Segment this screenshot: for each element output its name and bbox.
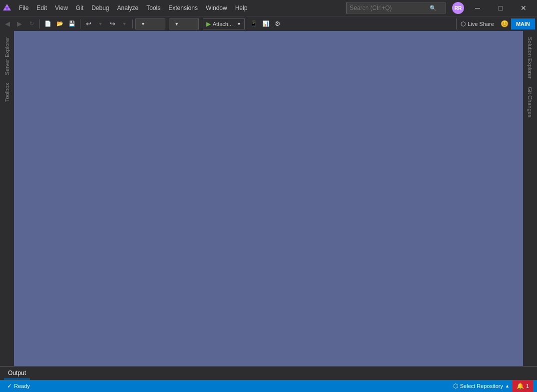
error-icon: 🔔 <box>517 383 524 390</box>
sidebar-item-solution-explorer[interactable]: Solution Explorer <box>525 33 535 83</box>
menu-window[interactable]: Window <box>202 2 231 13</box>
editor-area[interactable] <box>14 31 523 366</box>
settings-cog-button[interactable]: ⚙ <box>272 18 283 29</box>
status-ready-label: Ready <box>14 383 30 389</box>
toolbar: ◀ ▶ ↻ 📄 📂 💾 ↩ ▼ ↪ ▼ ▼ ▼ ▶ Attach... ▼ 📱 … <box>0 16 537 31</box>
sep3 <box>132 19 133 28</box>
menu-extensions[interactable]: Extensions <box>164 2 202 13</box>
right-sidebar: Solution Explorer Git Changes <box>523 31 537 366</box>
platform-dropdown-caret: ▼ <box>174 21 179 26</box>
sep2 <box>80 19 80 28</box>
sidebar-item-toolbox[interactable]: Toolbox <box>2 79 12 106</box>
menu-git[interactable]: Git <box>72 2 87 13</box>
new-file-button[interactable]: 📄 <box>42 18 53 29</box>
performance-button[interactable]: 📊 <box>260 18 271 29</box>
status-ready[interactable]: ✓ Ready <box>4 380 33 392</box>
title-bar: File Edit View Git Debug Analyze Tools E… <box>0 0 537 16</box>
bottom-panel: Output <box>0 366 537 380</box>
attach-label: Attach... <box>213 21 233 27</box>
menu-help[interactable]: Help <box>231 2 252 13</box>
left-sidebar: Server Explorer Toolbox <box>0 31 14 366</box>
attach-dropdown-caret: ▼ <box>237 21 241 26</box>
sep1 <box>39 19 40 28</box>
repo-caret: ▲ <box>505 384 510 389</box>
tab-output[interactable]: Output <box>4 368 30 380</box>
menu-view[interactable]: View <box>51 2 72 13</box>
user-avatar[interactable]: RR <box>452 2 464 14</box>
minimize-button[interactable]: ─ <box>466 0 489 16</box>
feedback-button[interactable]: 😊 <box>499 18 510 29</box>
menu-file[interactable]: File <box>15 2 32 13</box>
platform-dropdown[interactable]: ▼ <box>169 18 199 29</box>
restore-button[interactable]: □ <box>489 0 512 16</box>
repo-label: Select Repository <box>460 383 503 389</box>
play-icon: ▶ <box>206 20 211 27</box>
menu-edit[interactable]: Edit <box>32 2 51 13</box>
menu-bar: File Edit View Git Debug Analyze Tools E… <box>15 2 342 13</box>
back-button[interactable]: ◀ <box>2 18 13 29</box>
open-button[interactable]: 📂 <box>54 18 65 29</box>
select-repository-button[interactable]: ⬡ Select Repository ▲ <box>450 380 513 392</box>
status-icon: ✓ <box>7 383 12 390</box>
main-area: Server Explorer Toolbox Solution Explore… <box>0 31 537 366</box>
main-badge[interactable]: MAIN <box>511 18 535 29</box>
menu-debug[interactable]: Debug <box>87 2 113 13</box>
title-search-box[interactable]: 🔍 <box>346 2 446 13</box>
sidebar-item-git-changes[interactable]: Git Changes <box>525 83 535 121</box>
forward-button[interactable]: ▶ <box>14 18 25 29</box>
config-dropdown[interactable]: ▼ <box>135 18 165 29</box>
device-toolbar-button[interactable]: 📱 <box>248 18 259 29</box>
error-count-badge[interactable]: 🔔 1 <box>513 380 533 392</box>
undo-dropdown[interactable]: ▼ <box>95 18 106 29</box>
attach-button[interactable]: ▶ Attach... ▼ <box>203 18 245 29</box>
redo-dropdown[interactable]: ▼ <box>119 18 130 29</box>
error-count: 1 <box>526 383 529 389</box>
liveshare-icon: ⬡ <box>461 20 466 27</box>
sidebar-item-server-explorer[interactable]: Server Explorer <box>2 33 12 79</box>
undo-button[interactable]: ↩ <box>83 18 94 29</box>
menu-tools[interactable]: Tools <box>142 2 164 13</box>
liveshare-label: Live Share <box>468 21 494 27</box>
search-input[interactable] <box>350 4 430 11</box>
live-share-button[interactable]: ⬡ Live Share <box>456 18 498 29</box>
status-bar: ✓ Ready ⬡ Select Repository ▲ 🔔 1 <box>0 380 537 392</box>
search-icon: 🔍 <box>430 5 437 11</box>
window-controls: ─ □ ✕ <box>466 0 535 16</box>
refresh-button[interactable]: ↻ <box>26 18 37 29</box>
menu-analyze[interactable]: Analyze <box>113 2 143 13</box>
save-button[interactable]: 💾 <box>66 18 77 29</box>
app-icon <box>2 3 12 13</box>
close-button[interactable]: ✕ <box>512 0 535 16</box>
config-dropdown-caret: ▼ <box>141 21 145 26</box>
repo-icon: ⬡ <box>453 383 458 390</box>
redo-button[interactable]: ↪ <box>107 18 118 29</box>
